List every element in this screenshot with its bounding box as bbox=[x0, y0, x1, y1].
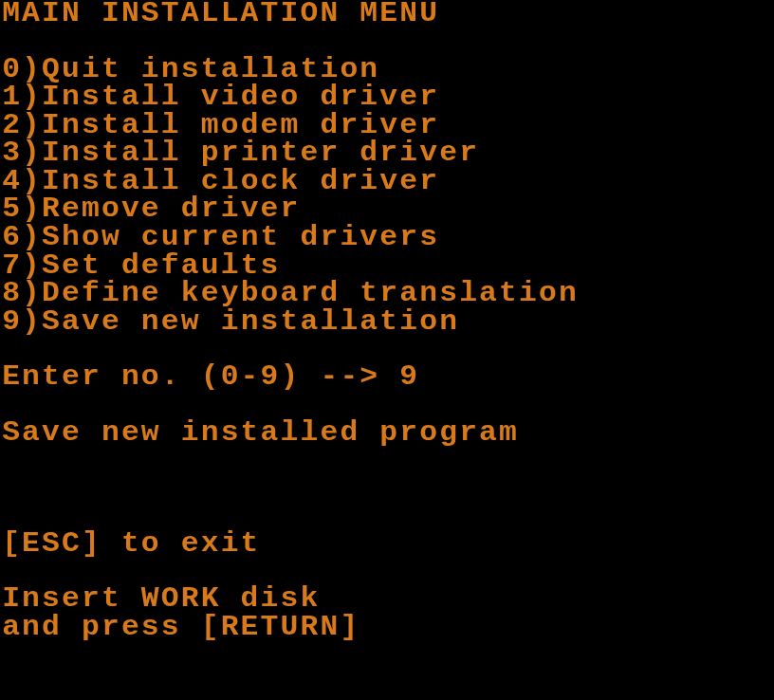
spacer bbox=[2, 558, 774, 585]
menu-num: 7 bbox=[2, 250, 22, 282]
exit-hint: [ESC] to exit bbox=[2, 530, 774, 559]
menu-item-9[interactable]: 9)Save new installation bbox=[2, 308, 774, 337]
menu-num: 9 bbox=[2, 306, 22, 338]
spacer bbox=[2, 28, 774, 56]
spacer bbox=[2, 475, 774, 503]
spacer bbox=[2, 503, 774, 530]
menu-label: Install clock driver bbox=[42, 166, 439, 197]
page-title: MAIN INSTALLATION MENU bbox=[2, 0, 774, 28]
spacer bbox=[2, 392, 774, 419]
menu-num: 4 bbox=[2, 166, 22, 197]
menu-num: 0 bbox=[2, 54, 22, 85]
menu-label: Quit installation bbox=[42, 54, 379, 85]
spacer bbox=[2, 448, 774, 475]
prompt-line[interactable]: Enter no. (0-9) --> 9 bbox=[2, 363, 774, 392]
menu-item-2[interactable]: 2)Install modem driver bbox=[2, 112, 774, 140]
menu-item-6[interactable]: 6)Show current drivers bbox=[2, 224, 774, 252]
menu-item-5[interactable]: 5)Remove driver bbox=[2, 195, 774, 224]
menu-label: Set defaults bbox=[42, 250, 280, 282]
menu-label: Install video driver bbox=[42, 82, 439, 113]
status-line: Save new installed program bbox=[2, 419, 774, 448]
menu-label: Install modem driver bbox=[42, 110, 439, 141]
menu-item-4[interactable]: 4)Install clock driver bbox=[2, 168, 774, 196]
menu-num: 2 bbox=[2, 110, 22, 141]
menu-label: Remove driver bbox=[42, 193, 300, 225]
menu-label: Save new installation bbox=[42, 306, 459, 338]
instruction-line-1: Insert WORK disk bbox=[2, 585, 774, 614]
menu-num: 3 bbox=[2, 138, 22, 169]
menu-num: 8 bbox=[2, 278, 22, 309]
menu-num: 5 bbox=[2, 193, 22, 225]
prompt-input[interactable]: 9 bbox=[399, 361, 419, 393]
menu-item-7[interactable]: 7)Set defaults bbox=[2, 252, 774, 281]
spacer bbox=[2, 336, 774, 363]
menu-num: 6 bbox=[2, 222, 22, 253]
menu-label: Install printer driver bbox=[42, 138, 479, 169]
instruction-line-2: and press [RETURN] bbox=[2, 614, 774, 642]
menu-item-8[interactable]: 8)Define keyboard translation bbox=[2, 280, 774, 308]
menu-item-0[interactable]: 0)Quit installation bbox=[2, 56, 774, 84]
menu-item-1[interactable]: 1)Install video driver bbox=[2, 83, 774, 112]
menu-label: Show current drivers bbox=[42, 222, 439, 253]
prompt-label: Enter no. (0-9) --> bbox=[2, 361, 399, 393]
menu-num: 1 bbox=[2, 82, 22, 113]
menu-item-3[interactable]: 3)Install printer driver bbox=[2, 139, 774, 168]
menu-label: Define keyboard translation bbox=[42, 278, 579, 309]
